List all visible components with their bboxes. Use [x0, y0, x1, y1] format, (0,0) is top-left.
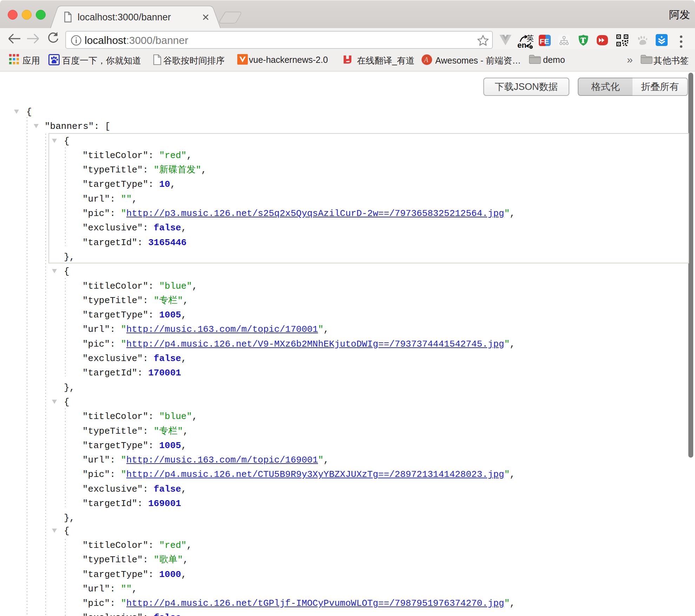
- svg-text:FE: FE: [540, 37, 549, 45]
- svg-text:英: 英: [527, 34, 534, 42]
- svg-text:en: en: [517, 41, 527, 49]
- svg-text:A: A: [423, 56, 429, 64]
